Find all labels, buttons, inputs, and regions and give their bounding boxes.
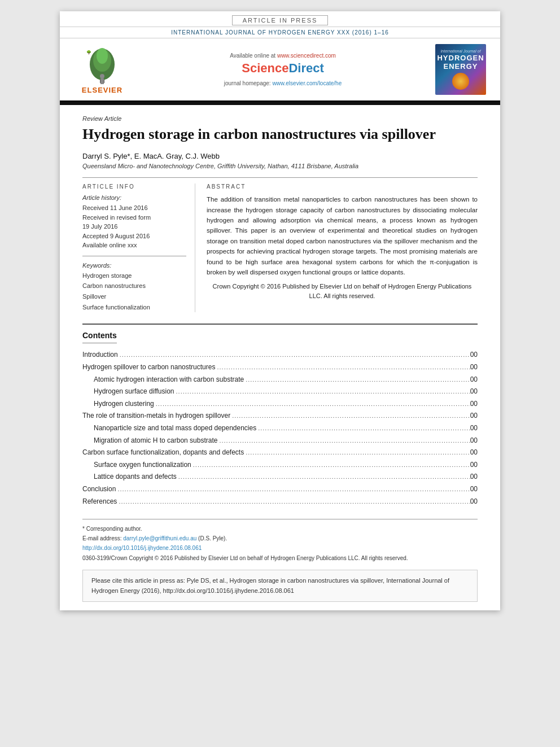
toc-page: 00 — [470, 435, 478, 447]
history-item-2: Received in revised form — [82, 213, 186, 222]
issn-text: 0360-3199/Crown Copyright © 2016 Publish… — [82, 555, 478, 561]
journal-homepage-url[interactable]: www.elsevier.com/locate/he — [272, 80, 342, 86]
toc-dots: ........................................… — [116, 484, 470, 495]
toc-dots: ........................................… — [215, 362, 470, 373]
keywords-label: Keywords: — [82, 262, 186, 269]
page: ARTICLE IN PRESS INTERNATIONAL JOURNAL O… — [60, 11, 500, 610]
toc-item-text: References — [82, 496, 117, 508]
toc-item-text: Hydrogen surface diffusion — [94, 386, 174, 398]
journal-header-bar: INTERNATIONAL JOURNAL OF HYDROGEN ENERGY… — [60, 27, 500, 102]
toc-page: 00 — [470, 483, 478, 496]
available-online-text: Available online at www.sciencedirect.co… — [230, 53, 336, 59]
toc-item: Surface oxygen functionalization .......… — [82, 459, 478, 471]
toc-item-text: Nanoparticle size and total mass doped d… — [94, 422, 256, 435]
toc-dots: ........................................… — [244, 374, 470, 386]
toc-page: 00 — [470, 361, 478, 374]
toc-item-text: Lattice dopants and defects — [94, 471, 177, 483]
authors-text: Darryl S. Pyle*, E. MacA. Gray, C.J. Web… — [82, 152, 220, 160]
toc-item-text: Surface oxygen functionalization — [94, 459, 191, 471]
keyword-2: Carbon nanostructures — [82, 281, 186, 291]
footer-notes: * Corresponding author. E-mail address: … — [82, 519, 478, 561]
toc-page: 00 — [470, 471, 478, 483]
email-link[interactable]: darryl.pyle@griffithuni.edu.au — [123, 535, 196, 541]
toc-item: References .............................… — [82, 496, 478, 508]
toc-page: 00 — [470, 459, 478, 471]
toc-dots: ........................................… — [217, 435, 470, 447]
sciencedirect-url[interactable]: www.sciencedirect.com — [277, 53, 336, 59]
right-col: ABSTRACT The addition of transition meta… — [207, 184, 478, 312]
doi-link[interactable]: http://dx.doi.org/10.1016/j.ijhydene.201… — [82, 545, 202, 551]
toc-item: The role of transition-metals in hydroge… — [82, 410, 478, 422]
article-info-heading: ARTICLE INFO — [82, 184, 186, 190]
keyword-1: Hydrogen storage — [82, 270, 186, 281]
svg-rect-5 — [100, 78, 104, 84]
toc-dots: ........................................… — [256, 423, 470, 434]
journal-cover: International Journal of HYDROGEN ENERGY — [435, 44, 486, 95]
toc-item: Nanoparticle size and total mass doped d… — [82, 422, 478, 435]
keyword-3: Spillover — [82, 291, 186, 302]
history-item-1: Received 11 June 2016 — [82, 203, 186, 213]
banner-text: ARTICLE IN PRESS — [232, 15, 329, 25]
citation-box: Please cite this article in press as: Py… — [82, 570, 478, 602]
cover-main-1: HYDROGEN — [437, 54, 484, 62]
toc-item: Lattice dopants and defects ............… — [82, 471, 478, 483]
history-item-3: 19 July 2016 — [82, 222, 186, 231]
separator-1 — [82, 177, 478, 178]
toc-page: 00 — [470, 386, 478, 398]
sciencedirect-science-text: Science — [242, 61, 288, 75]
history-item-5: Available online xxx — [82, 241, 186, 250]
left-col: ARTICLE INFO Article history: Received 1… — [82, 184, 195, 312]
article-type-label: Review Article — [82, 115, 478, 122]
corresponding-label: * Corresponding author. — [82, 524, 478, 534]
toc-page: 00 — [470, 398, 478, 410]
center-header: Available online at www.sciencedirect.co… — [142, 44, 424, 95]
contents-heading: Contents — [82, 331, 117, 343]
abstract-heading: ABSTRACT — [207, 184, 478, 190]
toc-item: Hydrogen clustering ....................… — [82, 398, 478, 410]
toc-page: 00 — [470, 410, 478, 422]
email-label: E-mail address: — [82, 535, 121, 541]
toc-dots: ........................................… — [230, 410, 470, 422]
toc-page: 00 — [470, 349, 478, 361]
email-line: E-mail address: darryl.pyle@griffithuni.… — [82, 534, 478, 543]
cover-italic: International Journal of — [440, 49, 480, 54]
toc-item-text: The role of transition-metals in hydroge… — [82, 410, 230, 422]
toc-item-text: Conclusion — [82, 483, 116, 496]
toc-page: 00 — [470, 496, 478, 508]
toc-dots: ........................................… — [191, 460, 470, 471]
history-item-4: Accepted 9 August 2016 — [82, 231, 186, 241]
elsevier-logo-area: 🌳 ELSEVIER — [68, 44, 136, 95]
toc-dots: ........................................… — [117, 496, 470, 508]
article-in-press-banner: ARTICLE IN PRESS — [60, 11, 500, 27]
toc-page: 00 — [470, 422, 478, 435]
contents-section: Contents Introduction ..................… — [82, 324, 478, 508]
toc-item-text: Atomic hydrogen interaction with carbon … — [94, 374, 244, 386]
svg-text:🌳: 🌳 — [86, 50, 91, 55]
toc-item-text: Hydrogen clustering — [94, 398, 154, 410]
elsevier-tree-icon: 🌳 — [80, 45, 125, 84]
toc-page: 00 — [470, 447, 478, 459]
article-body: Review Article Hydrogen storage in carbo… — [60, 105, 500, 610]
affiliation-line: Queensland Micro- and Nanotechnology Cen… — [82, 163, 478, 169]
toc-dots: ........................................… — [118, 350, 470, 361]
toc-item: Carbon surface functionalization, dopant… — [82, 447, 478, 459]
toc-dots: ........................................… — [244, 447, 470, 458]
toc-item: Introduction ...........................… — [82, 349, 478, 361]
toc-item: Conclusion .............................… — [82, 483, 478, 496]
toc-item: Migration of atomic H to carbon substrat… — [82, 435, 478, 447]
keyword-4: Surface functionalization — [82, 302, 186, 313]
sciencedirect-direct-text: Direct — [288, 61, 323, 75]
toc-item: Atomic hydrogen interaction with carbon … — [82, 374, 478, 386]
svg-point-4 — [100, 74, 104, 78]
toc-item-text: Hydrogen spillover to carbon nanostructu… — [82, 361, 215, 374]
sciencedirect-logo: ScienceDirect — [242, 61, 324, 76]
right-logo-area: International Journal of HYDROGEN ENERGY — [430, 44, 492, 95]
toc-item: Hydrogen spillover to carbon nanostructu… — [82, 361, 478, 374]
cover-main-2: ENERGY — [444, 62, 478, 71]
author-line: Darryl S. Pyle*, E. MacA. Gray, C.J. Web… — [82, 152, 478, 160]
copyright-text: Crown Copyright © 2016 Published by Else… — [207, 282, 478, 300]
toc-item: Hydrogen surface diffusion .............… — [82, 386, 478, 398]
toc-dots: ........................................… — [174, 386, 470, 397]
abstract-text: The addition of transition metal nanopar… — [207, 194, 478, 277]
journal-homepage: journal homepage: www.elsevier.com/locat… — [224, 80, 342, 86]
